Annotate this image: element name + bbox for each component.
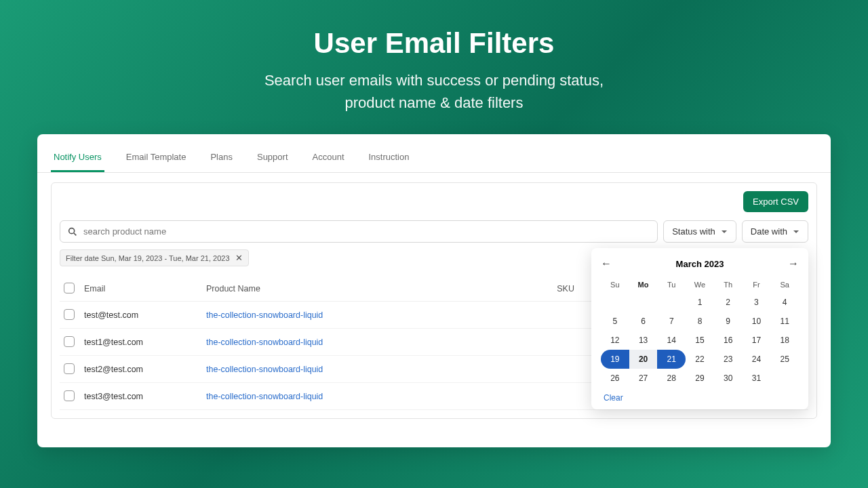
tab-support[interactable]: Support: [254, 146, 291, 172]
calendar-day[interactable]: 21: [657, 350, 686, 369]
date-filter-tag: Filter date Sun, Mar 19, 2023 - Tue, Mar…: [60, 249, 249, 266]
calendar-day[interactable]: 18: [770, 331, 799, 350]
product-link[interactable]: the-collection-snowboard-liquid: [206, 310, 323, 320]
main-card: Notify UsersEmail TemplatePlansSupportAc…: [37, 134, 831, 447]
calendar-day[interactable]: 8: [686, 312, 714, 331]
caret-down-icon: [721, 228, 728, 235]
tab-notify-users[interactable]: Notify Users: [51, 146, 104, 172]
tab-email-template[interactable]: Email Template: [123, 146, 189, 172]
calendar-day[interactable]: 15: [686, 331, 714, 350]
next-month-button[interactable]: →: [788, 258, 799, 270]
page-subtitle: Search user emails with success or pendi…: [0, 69, 868, 114]
product-link[interactable]: the-collection-snowboard-liquid: [206, 338, 323, 347]
calendar-day[interactable]: 16: [714, 331, 743, 350]
calendar-day[interactable]: 20: [629, 350, 658, 369]
calendar-day[interactable]: 11: [770, 312, 799, 331]
calendar-dow: We: [686, 277, 714, 293]
calendar-day[interactable]: 25: [770, 350, 799, 369]
cell-email: test1@test.com: [80, 329, 202, 356]
calendar-day[interactable]: 17: [743, 331, 771, 350]
calendar-dow: Th: [714, 277, 743, 293]
tab-bar: Notify UsersEmail TemplatePlansSupportAc…: [37, 146, 831, 173]
calendar-day[interactable]: 23: [714, 350, 743, 369]
calendar-day[interactable]: 29: [686, 369, 714, 388]
date-dropdown[interactable]: Date with: [742, 220, 808, 243]
search-input[interactable]: [83, 226, 650, 237]
calendar-day[interactable]: 9: [714, 312, 743, 331]
calendar-day[interactable]: 1: [686, 293, 714, 312]
calendar-day[interactable]: 22: [686, 350, 714, 369]
col-email: Email: [80, 276, 202, 302]
calendar-day[interactable]: 7: [657, 312, 686, 331]
calendar-day[interactable]: 4: [770, 293, 799, 312]
tab-instruction[interactable]: Instruction: [366, 146, 412, 172]
tab-plans[interactable]: Plans: [208, 146, 235, 172]
tab-account[interactable]: Account: [310, 146, 347, 172]
product-link[interactable]: the-collection-snowboard-liquid: [206, 365, 323, 374]
calendar-day[interactable]: 12: [601, 331, 629, 350]
date-picker: ← March 2023 → SuMoTuWeThFrSa12345678910…: [591, 248, 808, 409]
calendar-day[interactable]: 3: [743, 293, 771, 312]
calendar-day[interactable]: 19: [601, 350, 629, 369]
calendar-title: March 2023: [676, 259, 724, 269]
product-link[interactable]: the-collection-snowboard-liquid: [206, 392, 323, 401]
calendar-day[interactable]: 24: [743, 350, 771, 369]
search-input-wrapper[interactable]: [60, 220, 658, 243]
caret-down-icon: [793, 228, 800, 235]
calendar-dow: Tu: [657, 277, 686, 293]
search-icon: [67, 226, 78, 237]
calendar-day[interactable]: 26: [601, 369, 629, 388]
calendar-day[interactable]: 10: [743, 312, 771, 331]
svg-point-0: [69, 228, 75, 233]
calendar-day[interactable]: 13: [629, 331, 658, 350]
page-title: User Email Filters: [0, 27, 868, 60]
calendar-day[interactable]: 27: [629, 369, 658, 388]
calendar-day[interactable]: 6: [629, 312, 658, 331]
col-product: Product Name: [202, 276, 553, 302]
calendar-day[interactable]: 14: [657, 331, 686, 350]
close-icon[interactable]: ✕: [235, 253, 243, 263]
select-all-checkbox[interactable]: [64, 283, 75, 293]
calendar-dow: Mo: [629, 277, 658, 293]
calendar-dow: Su: [601, 277, 629, 293]
row-checkbox[interactable]: [64, 363, 75, 374]
calendar-dow: Fr: [743, 277, 771, 293]
svg-line-1: [74, 233, 76, 235]
page-header: User Email Filters Search user emails wi…: [0, 0, 868, 114]
status-dropdown[interactable]: Status with: [663, 220, 736, 243]
calendar-day[interactable]: 2: [714, 293, 743, 312]
calendar-dow: Sa: [770, 277, 799, 293]
row-checkbox[interactable]: [64, 309, 75, 320]
calendar-day[interactable]: 28: [657, 369, 686, 388]
cell-email: test3@test.com: [80, 383, 202, 410]
calendar-day[interactable]: 31: [743, 369, 771, 388]
cell-email: test@test.com: [80, 302, 202, 329]
calendar-day[interactable]: 30: [714, 369, 743, 388]
prev-month-button[interactable]: ←: [601, 258, 612, 270]
filter-panel: Export CSV Status with Date with Filter …: [51, 182, 817, 419]
cell-email: test2@test.com: [80, 356, 202, 383]
row-checkbox[interactable]: [64, 390, 75, 401]
row-checkbox[interactable]: [64, 336, 75, 347]
export-csv-button[interactable]: Export CSV: [743, 191, 808, 212]
calendar-day[interactable]: 5: [601, 312, 629, 331]
calendar-clear-button[interactable]: Clear: [604, 393, 623, 403]
